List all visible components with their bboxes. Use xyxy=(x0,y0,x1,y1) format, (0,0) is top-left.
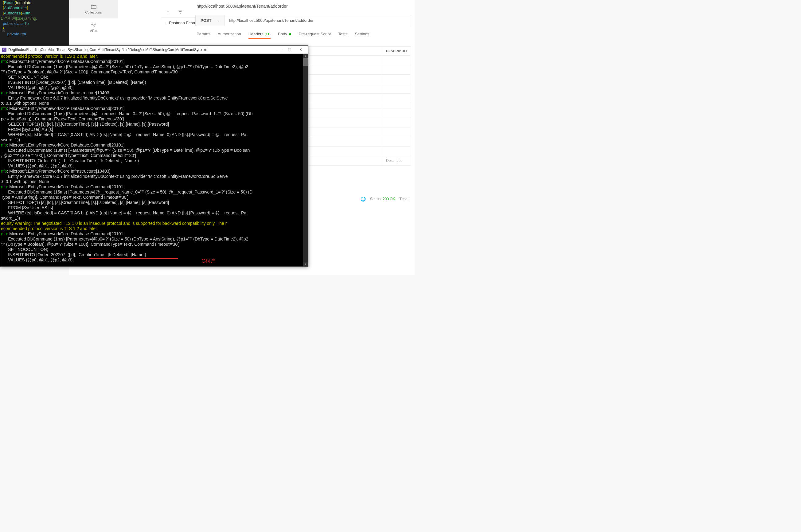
cell-description[interactable] xyxy=(383,128,411,137)
apis-icon xyxy=(91,23,97,27)
tab-authorization[interactable]: Authorization xyxy=(218,32,241,39)
breadcrumb-url: http://localhost:5000/api/tenant/Tenant/… xyxy=(192,0,415,12)
console-titlebar[interactable]: ⧉ D:\githubs\ShardingCoreMultiTenantSys\… xyxy=(0,46,308,54)
cell-description[interactable] xyxy=(383,109,411,118)
cell-description[interactable] xyxy=(383,103,411,108)
filter-icon[interactable] xyxy=(177,8,183,15)
annotation-label: C租户 xyxy=(202,258,216,264)
svg-point-2 xyxy=(95,24,96,25)
svg-line-5 xyxy=(94,24,95,26)
scroll-thumb[interactable] xyxy=(303,58,308,66)
svg-line-4 xyxy=(93,24,93,26)
code-line: private rea xyxy=(0,31,69,37)
tab-settings[interactable]: Settings xyxy=(355,32,369,39)
cell-description[interactable] xyxy=(383,75,411,84)
cell-description[interactable] xyxy=(383,94,411,103)
sidebar-item-collections[interactable]: Collections xyxy=(69,0,118,18)
cell-description[interactable] xyxy=(383,118,411,127)
add-icon[interactable]: ＋ xyxy=(165,8,171,15)
response-status: 🌐 Status: 200 OK Time: xyxy=(361,196,408,202)
request-bar: POST ⌄ http://localhost:5000/api/tenant/… xyxy=(195,15,411,26)
cell-description[interactable] xyxy=(383,65,411,74)
svg-rect-0 xyxy=(91,5,96,8)
vscode-editor: [Route(template: [ApiController] [Author… xyxy=(0,0,69,46)
cell-description[interactable] xyxy=(383,56,411,65)
svg-point-3 xyxy=(93,26,94,27)
minimize-button[interactable]: — xyxy=(273,46,284,53)
console-scrollbar[interactable]: ▲ ▼ xyxy=(303,54,308,266)
tab-headers[interactable]: Headers (11) xyxy=(248,32,271,39)
code-line: 1 个引用|xuejiaming, xyxy=(0,16,69,21)
method-label: POST xyxy=(201,18,211,23)
sidebar-label: Collections xyxy=(85,11,102,14)
tab-body[interactable]: Body xyxy=(278,32,291,39)
folder-icon xyxy=(91,4,97,9)
console-window: ⧉ D:\githubs\ShardingCoreMultiTenantSys\… xyxy=(0,45,308,267)
status-time-label: Time: xyxy=(399,197,408,201)
cell-description[interactable] xyxy=(383,137,411,146)
sidebar-label: APIs xyxy=(90,29,97,33)
annotation-underline xyxy=(89,258,178,259)
tab-prerequest[interactable]: Pre-request Script xyxy=(299,32,331,39)
code-line: { xyxy=(0,26,69,31)
request-tabs: Params Authorization Headers (11) Body P… xyxy=(192,28,415,42)
body-indicator-dot xyxy=(289,33,291,35)
svg-point-1 xyxy=(92,24,93,25)
maximize-button[interactable]: ☐ xyxy=(284,46,295,53)
console-body: ecommended protocol version is TLS 1.2 a… xyxy=(0,54,308,266)
tab-params[interactable]: Params xyxy=(196,32,210,39)
sidebar-item-apis[interactable]: APIs xyxy=(69,18,118,37)
tab-tests[interactable]: Tests xyxy=(338,32,347,39)
postman-sidebar: Collections APIs xyxy=(69,0,118,46)
status-code: 200 OK xyxy=(383,197,395,201)
close-button[interactable]: ✕ xyxy=(295,46,306,53)
scroll-up-icon[interactable]: ▲ xyxy=(303,54,308,58)
cell-description-placeholder[interactable]: Description xyxy=(383,156,411,165)
tab-label: Body xyxy=(278,32,287,36)
code-line: [ApiController] xyxy=(0,5,69,11)
cell-description[interactable] xyxy=(383,84,411,93)
method-select[interactable]: POST ⌄ xyxy=(196,15,225,26)
console-title: D:\githubs\ShardingCoreMultiTenantSys\Sh… xyxy=(8,48,273,52)
fold-marker-icon[interactable]: − xyxy=(2,29,5,32)
col-description: DESCRIPTIO xyxy=(383,47,411,55)
scroll-down-icon[interactable]: ▼ xyxy=(303,262,308,266)
tab-label: Headers xyxy=(248,32,264,36)
code-line: [Authorize(Auth xyxy=(0,11,69,16)
url-input[interactable]: http://localhost:5000/api/tenant/Tenant/… xyxy=(225,15,411,26)
code-line: [Route(template: xyxy=(0,0,69,5)
chevron-down-icon: ⌄ xyxy=(217,19,219,22)
console-output[interactable]: ecommended protocol version is TLS 1.2 a… xyxy=(0,54,308,263)
chevron-right-icon: › xyxy=(166,21,167,24)
cell-description[interactable] xyxy=(383,147,411,156)
code-line: public class Te xyxy=(0,21,69,26)
tab-count: (11) xyxy=(264,32,271,36)
status-label: Status: xyxy=(370,197,381,201)
console-app-icon: ⧉ xyxy=(2,48,6,52)
globe-icon[interactable]: 🌐 xyxy=(361,196,366,202)
